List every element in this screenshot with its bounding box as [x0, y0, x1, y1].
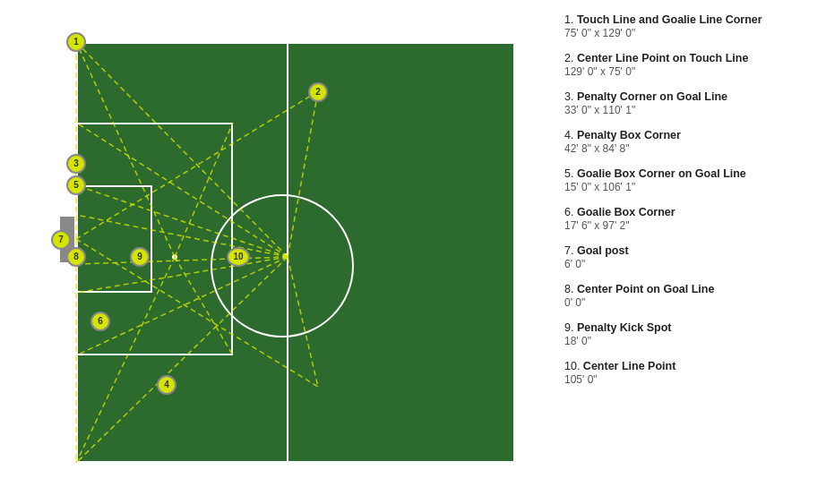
marker-1: 1 [66, 32, 86, 52]
marker-4: 4 [157, 375, 176, 395]
goalie-box [76, 185, 152, 293]
legend-item-7: 7. Goal post 6' 0" [564, 244, 817, 270]
marker-2: 2 [308, 82, 328, 102]
legend-title-1: 1. Touch Line and Goalie Line Corner [564, 13, 817, 26]
legend-title-9: 9. Penalty Kick Spot [564, 321, 817, 334]
marker-10: 10 [227, 247, 250, 267]
field-wrapper: 1 2 3 4 5 6 7 [22, 29, 533, 476]
marker-6: 6 [90, 312, 110, 331]
legend-item-4: 4. Penalty Box Corner 42' 8" x 84' 8" [564, 129, 817, 155]
legend-title-2: 2. Center Line Point on Touch Line [564, 52, 817, 64]
legend-title-5: 5. Goalie Box Corner on Goal Line [564, 167, 817, 180]
penalty-spot [172, 254, 177, 260]
legend-item-2: 2. Center Line Point on Touch Line 129' … [564, 52, 817, 78]
legend-value-1: 75' 0" x 129' 0" [564, 27, 817, 39]
legend-item-9: 9. Penalty Kick Spot 18' 0" [564, 321, 817, 347]
legend-value-7: 6' 0" [564, 258, 817, 270]
legend-title-6: 6. Goalie Box Corner [564, 206, 817, 218]
legend-value-5: 15' 0" x 106' 1" [564, 181, 817, 193]
marker-9: 9 [130, 247, 150, 267]
legend-value-8: 0' 0" [564, 296, 817, 309]
legend-value-9: 18' 0" [564, 335, 817, 347]
legend-value-6: 17' 6" x 97' 2" [564, 219, 817, 232]
legend-value-2: 129' 0" x 75' 0" [564, 65, 817, 78]
legend-value-3: 33' 0" x 110' 1" [564, 104, 817, 116]
legend-item-6: 6. Goalie Box Corner 17' 6" x 97' 2" [564, 206, 817, 232]
legend-title-10: 10. Center Line Point [564, 360, 817, 372]
legend-value-10: 105' 0" [564, 373, 817, 386]
legend-title-8: 8. Center Point on Goal Line [564, 283, 817, 295]
marker-3: 3 [66, 154, 86, 174]
center-dot [283, 253, 288, 259]
legend-section: 1. Touch Line and Goalie Line Corner 75'… [555, 0, 826, 504]
legend-item-10: 10. Center Line Point 105' 0" [564, 360, 817, 386]
field-section: 1 2 3 4 5 6 7 [0, 0, 555, 504]
marker-8: 8 [66, 247, 86, 267]
legend-item-3: 3. Penalty Corner on Goal Line 33' 0" x … [564, 90, 817, 116]
legend-item-1: 1. Touch Line and Goalie Line Corner 75'… [564, 13, 817, 39]
legend-item-8: 8. Center Point on Goal Line 0' 0" [564, 283, 817, 309]
legend-title-7: 7. Goal post [564, 244, 817, 257]
marker-5: 5 [66, 175, 86, 195]
marker-7: 7 [51, 230, 71, 250]
main-container: 1 2 3 4 5 6 7 [0, 0, 826, 504]
legend-title-3: 3. Penalty Corner on Goal Line [564, 90, 817, 103]
legend-title-4: 4. Penalty Box Corner [564, 129, 817, 141]
legend-item-5: 5. Goalie Box Corner on Goal Line 15' 0"… [564, 167, 817, 193]
legend-value-4: 42' 8" x 84' 8" [564, 142, 817, 155]
